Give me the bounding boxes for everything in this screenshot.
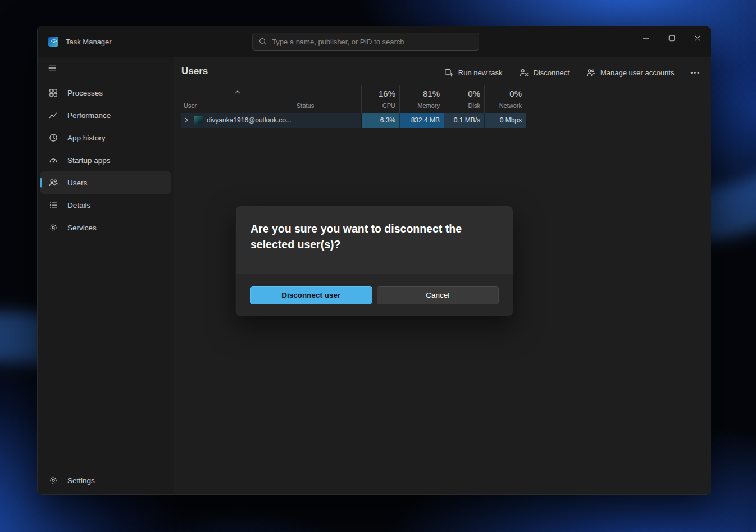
dialog-footer: Disconnect user Cancel [236, 274, 513, 316]
dialog-message: Are you sure you want to disconnect the … [236, 206, 513, 252]
task-manager-window: Task Manager Processes [37, 26, 711, 495]
cancel-button[interactable]: Cancel [377, 286, 499, 304]
disconnect-user-button[interactable]: Disconnect user [250, 286, 372, 304]
disconnect-confirmation-dialog: Are you sure you want to disconnect the … [235, 206, 513, 316]
